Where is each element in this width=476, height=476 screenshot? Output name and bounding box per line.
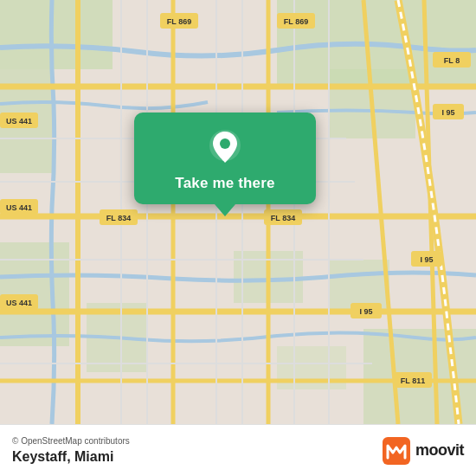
svg-text:FL 869: FL 869: [284, 17, 308, 26]
map-container[interactable]: FL 869 FL 869 US 441 US 441 US 441 FL 83…: [0, 0, 476, 424]
moovit-icon: [383, 437, 410, 465]
moovit-logo[interactable]: moovit: [383, 437, 464, 465]
navigation-popup[interactable]: Take me there: [134, 113, 316, 204]
svg-text:I 95: I 95: [441, 108, 454, 117]
svg-text:FL 834: FL 834: [271, 214, 295, 222]
svg-text:I 95: I 95: [359, 307, 372, 316]
svg-text:US 441: US 441: [6, 299, 32, 307]
svg-text:FL 8: FL 8: [444, 56, 460, 65]
popup-label: Take me there: [175, 175, 274, 192]
moovit-text: moovit: [415, 441, 464, 460]
location-title: Keystaff, Miami: [12, 449, 130, 465]
svg-text:US 441: US 441: [6, 203, 32, 212]
svg-point-55: [220, 138, 230, 149]
map-background: FL 869 FL 869 US 441 US 441 US 441 FL 83…: [0, 0, 476, 424]
location-info: © OpenStreetMap contributors Keystaff, M…: [12, 436, 130, 465]
svg-text:FL 834: FL 834: [106, 214, 131, 222]
copyright-text: © OpenStreetMap contributors: [12, 436, 130, 446]
bottom-bar: © OpenStreetMap contributors Keystaff, M…: [0, 424, 476, 476]
svg-text:FL 869: FL 869: [167, 17, 191, 26]
svg-rect-1: [0, 0, 113, 69]
svg-text:FL 811: FL 811: [401, 376, 425, 385]
svg-text:US 441: US 441: [6, 117, 32, 125]
svg-text:I 95: I 95: [420, 255, 433, 264]
location-pin-icon: [206, 128, 244, 166]
